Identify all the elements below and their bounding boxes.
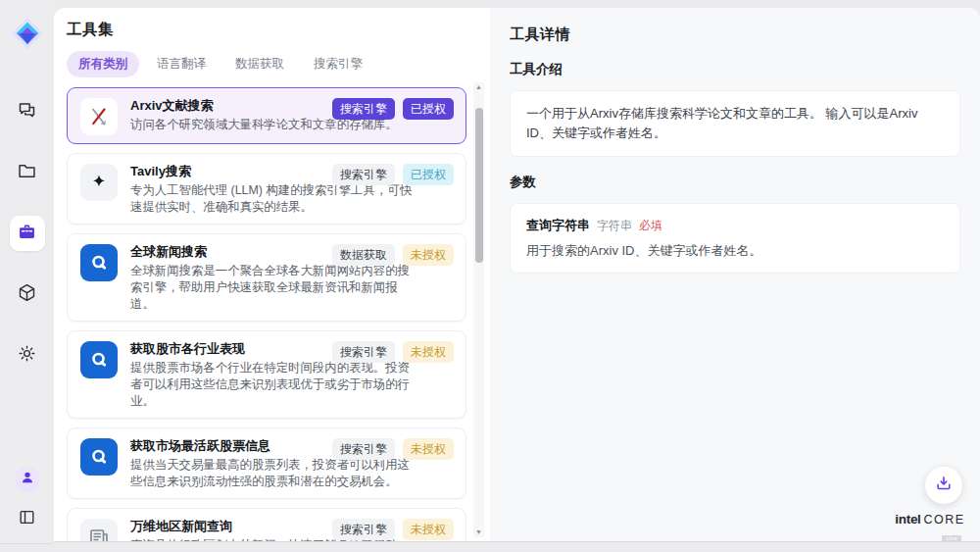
tool-card[interactable]: 全球新闻搜索 全球新闻搜索是一个聚合全球各大新闻网站内容的搜索引擎，帮助用户快速… bbox=[67, 233, 466, 322]
params-heading: 参数 bbox=[510, 174, 960, 191]
newspaper-icon bbox=[80, 519, 118, 541]
toolbox-icon bbox=[17, 222, 37, 246]
tool-card[interactable]: 万维地区新闻查询 查询具体行政区划内的新闻，快速了解各地新闻动 搜索引擎 未授权 bbox=[67, 508, 466, 541]
category-tabs: 所有类别语言翻译数据获取搜索引擎 bbox=[67, 51, 466, 77]
intro-text: 一个用于从Arxiv存储库搜索科学论文和文章的工具。 输入可以是Arxiv ID… bbox=[526, 104, 944, 143]
core-wordmark: CORE bbox=[924, 513, 965, 527]
tool-description: 提供股票市场各个行业在特定时间段内的表现。投资者可以利用这些信息来识别表现优于或… bbox=[130, 360, 416, 410]
auth-status-badge: 未授权 bbox=[403, 438, 454, 460]
param-required-badge: 必填 bbox=[639, 218, 662, 234]
user-avatar[interactable] bbox=[15, 467, 40, 492]
app-logo[interactable] bbox=[8, 14, 47, 53]
star-spark-icon bbox=[80, 164, 118, 201]
category-badge: 搜索引擎 bbox=[332, 341, 395, 363]
param-description: 用于搜索的Arxiv ID、关键字或作者姓名。 bbox=[526, 242, 944, 260]
blue-search-app-icon bbox=[80, 244, 118, 281]
tab-1[interactable]: 语言翻译 bbox=[145, 51, 218, 77]
tool-description: 专为人工智能代理 (LLM) 构建的搜索引擎工具，可快速提供实时、准确和真实的结… bbox=[130, 182, 416, 216]
sidebar-item-files[interactable] bbox=[10, 155, 45, 190]
param-card: 查询字符串 字符串 必填 用于搜索的Arxiv ID、关键字或作者姓名。 bbox=[510, 203, 960, 274]
tab-0[interactable]: 所有类别 bbox=[67, 51, 139, 77]
category-badge: 搜索引擎 bbox=[332, 164, 395, 185]
tool-detail-pane: 工具详情 工具介绍 一个用于从Arxiv存储库搜索科学论文和文章的工具。 输入可… bbox=[490, 8, 980, 541]
list-scrollbar[interactable]: ▲ ▼ bbox=[473, 82, 484, 537]
auth-status-badge: 已授权 bbox=[403, 98, 454, 120]
user-avatar-icon bbox=[20, 470, 35, 489]
intro-card: 一个用于从Arxiv存储库搜索科学论文和文章的工具。 输入可以是Arxiv ID… bbox=[510, 90, 960, 157]
download-icon bbox=[934, 474, 954, 497]
auth-status-badge: 未授权 bbox=[403, 519, 454, 540]
detail-title: 工具详情 bbox=[510, 25, 960, 44]
scrollbar-thumb[interactable] bbox=[475, 108, 483, 263]
folder-icon bbox=[17, 161, 37, 185]
param-name: 查询字符串 bbox=[526, 217, 590, 234]
cube-icon bbox=[17, 282, 37, 307]
sidebar-item-settings[interactable] bbox=[10, 337, 45, 373]
category-badge: 搜索引擎 bbox=[332, 438, 395, 460]
chat-icon bbox=[17, 100, 37, 125]
blue-search-app-icon bbox=[80, 341, 118, 378]
tab-3[interactable]: 搜索引擎 bbox=[302, 51, 374, 77]
intel-wordmark: intel bbox=[895, 512, 920, 527]
intel-core-logo: intelCORE ultra bbox=[892, 512, 968, 542]
panel-layout-icon bbox=[18, 508, 36, 530]
collapse-sidebar-button[interactable] bbox=[15, 506, 40, 531]
sidebar-item-chat[interactable] bbox=[10, 94, 45, 129]
auth-status-badge: 已授权 bbox=[403, 164, 454, 185]
main-window: 工具集 所有类别语言翻译数据获取搜索引擎 Arxiv文献搜索 访问各个研究领域大… bbox=[54, 8, 980, 542]
download-button[interactable] bbox=[925, 467, 962, 504]
ultra-badge: ultra bbox=[942, 535, 961, 542]
tab-2[interactable]: 数据获取 bbox=[223, 51, 296, 77]
page-title: 工具集 bbox=[67, 20, 466, 40]
category-badge: 搜索引擎 bbox=[332, 519, 395, 540]
tool-list-pane: 工具集 所有类别语言翻译数据获取搜索引擎 Arxiv文献搜索 访问各个研究领域大… bbox=[54, 8, 490, 541]
tool-description: 全球新闻搜索是一个聚合全球各大新闻网站内容的搜索引擎，帮助用户快速获取全球最新资… bbox=[130, 263, 416, 313]
left-icon-rail bbox=[0, 0, 54, 544]
sidebar-item-plugins[interactable] bbox=[10, 276, 45, 312]
tool-card-list: Arxiv文献搜索 访问各个研究领域大量科学论文和文章的存储库。 搜索引擎 已授… bbox=[67, 87, 466, 541]
tool-description: 提供当天交易量最高的股票列表，投资者可以利用这些信息来识别流动性强的股票和潜在的… bbox=[130, 457, 416, 490]
category-badge: 搜索引擎 bbox=[332, 98, 395, 120]
tool-card[interactable]: Tavily搜索 专为人工智能代理 (LLM) 构建的搜索引擎工具，可快速提供实… bbox=[67, 153, 466, 225]
gear-icon bbox=[17, 343, 37, 368]
blue-search-app-icon bbox=[80, 438, 118, 476]
category-badge: 数据获取 bbox=[332, 244, 395, 266]
tool-card[interactable]: 获取股市各行业表现 提供股票市场各个行业在特定时间段内的表现。投资者可以利用这些… bbox=[67, 330, 466, 419]
arxiv-icon bbox=[80, 98, 118, 135]
sidebar-item-tools[interactable] bbox=[10, 216, 45, 251]
tool-card[interactable]: 获取市场最活跃股票信息 提供当天交易量最高的股票列表，投资者可以利用这些信息来识… bbox=[67, 427, 466, 499]
auth-status-badge: 未授权 bbox=[403, 341, 454, 363]
intro-heading: 工具介绍 bbox=[510, 61, 960, 78]
param-type: 字符串 bbox=[597, 218, 632, 234]
tool-card[interactable]: Arxiv文献搜索 访问各个研究领域大量科学论文和文章的存储库。 搜索引擎 已授… bbox=[67, 87, 466, 144]
scrollbar-down-arrow-icon[interactable]: ▼ bbox=[473, 527, 484, 537]
scrollbar-up-arrow-icon[interactable]: ▲ bbox=[473, 82, 484, 92]
auth-status-badge: 未授权 bbox=[403, 244, 454, 266]
